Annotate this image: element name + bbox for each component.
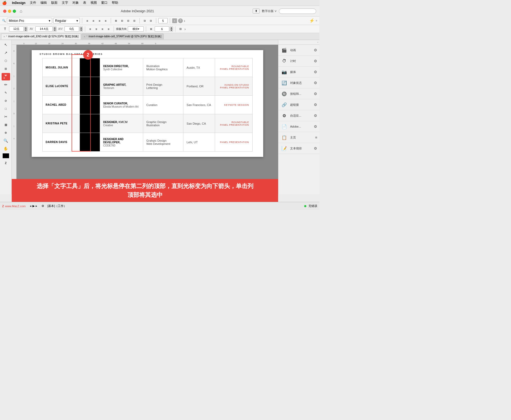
- minimize-button[interactable]: [8, 10, 11, 13]
- rows-down[interactable]: ▼: [170, 29, 173, 31]
- menu-object[interactable]: 对象: [72, 1, 79, 5]
- play-btn[interactable]: ▶: [32, 204, 35, 208]
- hyper-side[interactable]: ⚙: [314, 103, 317, 107]
- grid2-icon[interactable]: ⊟: [119, 18, 125, 24]
- gap-tool[interactable]: ⊞: [2, 65, 10, 72]
- expand-arrow2[interactable]: ›: [184, 27, 186, 31]
- adapt-side[interactable]: ⚙: [314, 113, 317, 118]
- obj-side[interactable]: ⚙: [314, 81, 317, 85]
- zoom-tool[interactable]: 🔍: [2, 137, 10, 144]
- settings-icon[interactable]: ⚙: [42, 204, 44, 208]
- panel-adaptive[interactable]: ⚙ 自适应... ⚙: [278, 110, 319, 121]
- tracking-down[interactable]: ▼: [80, 29, 83, 31]
- panel-master[interactable]: 📋 主页 ≡: [278, 132, 319, 143]
- tracking-input[interactable]: 0点: [64, 26, 79, 32]
- panel-text-wrap[interactable]: 📝 文本绕排 ⚙: [278, 143, 319, 154]
- font-size-input[interactable]: 12点: [9, 26, 24, 32]
- pen-tool[interactable]: ✏: [2, 81, 10, 88]
- panel-object-states[interactable]: 🔄 对象状态 ⚙: [278, 78, 319, 88]
- text-align2[interactable]: ⊟: [148, 18, 154, 24]
- hand-tool[interactable]: ✋: [2, 145, 10, 152]
- rows-input[interactable]: 6: [155, 26, 169, 32]
- menu-table[interactable]: 表: [83, 1, 86, 5]
- help-icon[interactable]: ?: [178, 18, 183, 23]
- para-center[interactable]: ≡: [93, 26, 99, 32]
- panel-buttons[interactable]: 🔘 按钮和... ⚙: [278, 88, 319, 99]
- panel-animation[interactable]: 🎬 动画 ⚙: [278, 45, 319, 56]
- master-side[interactable]: ≡: [315, 135, 317, 140]
- align-right-icon[interactable]: ≡: [97, 18, 102, 24]
- text-align1[interactable]: ⊟: [142, 18, 148, 24]
- tracking-up[interactable]: ▲: [80, 27, 83, 29]
- menu-window[interactable]: 窗口: [101, 1, 108, 5]
- fullscreen-button[interactable]: [13, 10, 16, 13]
- size-up[interactable]: ▲: [24, 27, 27, 29]
- para-left[interactable]: ≡: [87, 26, 93, 32]
- selection-tool[interactable]: ↖: [2, 41, 10, 48]
- size-down[interactable]: ▼: [24, 29, 27, 31]
- eyedropper-tool[interactable]: ⊕: [2, 129, 10, 136]
- pencil-tool[interactable]: ✎: [2, 89, 10, 96]
- leading-up[interactable]: ▲: [53, 27, 56, 29]
- menu-file[interactable]: 文件: [30, 1, 36, 5]
- text-type-icon[interactable]: T: [2, 26, 8, 32]
- scissors-tool[interactable]: ✂: [2, 113, 10, 120]
- font-dropdown[interactable]: Minion Pro ▾: [7, 18, 52, 24]
- tab-1[interactable]: × * insert-image-table-cell_END.indd @ 5…: [1, 34, 81, 39]
- prev-page[interactable]: ◂: [30, 204, 31, 208]
- align-center-icon[interactable]: ≡: [90, 18, 96, 24]
- direction-dropdown[interactable]: 横排 ▾: [128, 26, 144, 32]
- type-tool[interactable]: T 1: [2, 73, 10, 80]
- apple-menu[interactable]: 🍎: [2, 1, 7, 5]
- tab2-close[interactable]: ×: [84, 35, 85, 38]
- search-box[interactable]: [279, 9, 316, 14]
- direct-selection-tool[interactable]: ↗: [2, 49, 10, 56]
- tab1-close[interactable]: ×: [3, 35, 5, 38]
- shape-tool[interactable]: □: [2, 105, 10, 112]
- frame-tool[interactable]: ⊘: [2, 97, 10, 104]
- style-dropdown[interactable]: Regular ▾: [53, 18, 80, 24]
- menu-edit[interactable]: 编辑: [40, 1, 47, 5]
- next-page[interactable]: ▸: [36, 204, 37, 208]
- page-tool[interactable]: ⬡: [2, 57, 10, 64]
- leading-input[interactable]: 14.4点: [35, 26, 53, 32]
- timer-side[interactable]: ⚙: [314, 59, 317, 63]
- grid3-icon[interactable]: ⊟: [125, 18, 131, 24]
- panel-expand[interactable]: ≡: [316, 19, 317, 22]
- digital-pub-button[interactable]: 数字出版 ∨: [262, 9, 277, 13]
- adobe-side[interactable]: ⚙: [314, 124, 317, 129]
- tb-icon-x[interactable]: x: [172, 18, 177, 23]
- leading-down[interactable]: ▼: [53, 29, 56, 31]
- tab-2[interactable]: × * insert-image-table-cell_START.indd @…: [81, 34, 164, 39]
- lightning-icon[interactable]: ⚡: [309, 18, 315, 23]
- btn-side[interactable]: ⚙: [314, 92, 317, 96]
- expand-arrow[interactable]: ›: [184, 19, 185, 23]
- rows-up[interactable]: ▲: [170, 27, 173, 29]
- app-name[interactable]: InDesign: [12, 1, 26, 5]
- gradient-tool[interactable]: ▦: [2, 121, 10, 128]
- para-right[interactable]: ≡: [100, 26, 105, 32]
- more-icon[interactable]: ⊟: [178, 26, 183, 32]
- panel-timer[interactable]: ⏱ 计时 ⚙: [278, 56, 319, 67]
- menu-help[interactable]: 帮助: [112, 1, 118, 5]
- fill-color[interactable]: [3, 153, 9, 158]
- rp-icon-left[interactable]: ‹: [318, 41, 318, 44]
- align-left-icon[interactable]: ≡: [84, 18, 90, 24]
- menu-text[interactable]: 文字: [62, 1, 68, 5]
- animation-side[interactable]: ⚙: [314, 48, 317, 52]
- grid4-icon[interactable]: ⊟: [131, 18, 137, 24]
- align-justify-icon[interactable]: ≡: [103, 18, 109, 24]
- home-icon[interactable]: ⌂: [20, 9, 22, 14]
- share-button[interactable]: ⬆: [253, 9, 260, 14]
- menu-view[interactable]: 视图: [90, 1, 97, 5]
- media-side[interactable]: ⚙: [314, 70, 317, 74]
- menu-layout[interactable]: 版面: [51, 1, 57, 5]
- wrap-side[interactable]: ⚙: [314, 146, 317, 150]
- z-tool[interactable]: Z: [2, 159, 10, 167]
- para-justify[interactable]: ≡: [106, 26, 112, 32]
- panel-media[interactable]: 📷 媒体 ⚙: [278, 67, 319, 78]
- panel-hyperlinks[interactable]: 🔗 超链接 ⚙: [278, 99, 319, 110]
- panel-adobe[interactable]: 📄 Adobe... ⚙: [278, 121, 319, 132]
- grid1-icon[interactable]: ⊞: [113, 18, 119, 24]
- num-field1[interactable]: 5: [158, 18, 168, 23]
